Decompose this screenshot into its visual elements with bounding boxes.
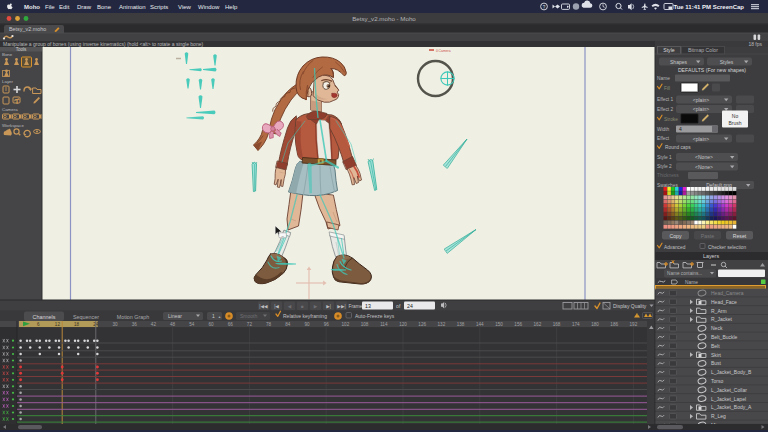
svg-text:<None>: <None> [695,164,713,170]
svg-text:Window: Window [198,4,220,10]
svg-text:Auto-Freeze keys: Auto-Freeze keys [355,313,395,319]
svg-text:186: 186 [610,322,618,327]
svg-text:R_Arm: R_Arm [711,308,727,314]
svg-text:Help: Help [225,4,238,10]
svg-text:36: 36 [132,322,138,327]
svg-text:<plain>: <plain> [693,136,709,142]
svg-text:174: 174 [572,322,580,327]
svg-text:Name contains...: Name contains... [667,271,702,276]
svg-text:Shapes: Shapes [670,59,687,65]
svg-text:View: View [178,4,192,10]
svg-text:L_Jacket_Body_B: L_Jacket_Body_B [711,369,752,375]
svg-text:6: 6 [37,322,40,327]
svg-text:4: 4 [679,126,682,132]
svg-text:Belt: Belt [711,343,720,349]
svg-text:Workspace: Workspace [2,123,24,128]
svg-text:126: 126 [418,322,426,327]
svg-text:Stroke: Stroke [664,117,678,122]
svg-text:Copy: Copy [669,233,682,239]
svg-text:180: 180 [591,322,599,327]
svg-text:<plain>: <plain> [693,106,709,112]
svg-text:Bone: Bone [97,4,112,10]
svg-text:84: 84 [285,322,291,327]
svg-text:Name: Name [657,76,670,81]
svg-text:Camera: Camera [2,107,18,112]
svg-text:Bust: Bust [711,360,722,366]
svg-text:T: T [15,97,20,106]
svg-text:Effect: Effect [657,136,670,141]
svg-text:|◀◀: |◀◀ [259,304,268,309]
svg-text:Neck: Neck [711,325,723,331]
svg-text:Layer: Layer [2,79,14,84]
svg-text:Linear: Linear [168,313,182,319]
svg-text:Smooth: Smooth [240,313,257,319]
svg-text:Round caps: Round caps [665,145,691,150]
svg-text:Swatches: Swatches [657,183,678,188]
svg-text:|◀: |◀ [274,304,279,309]
svg-text:132: 132 [438,322,446,327]
svg-text:162: 162 [534,322,542,327]
svg-text:42: 42 [151,322,157,327]
svg-text:18: 18 [74,322,80,327]
svg-text:60: 60 [208,322,214,327]
svg-text:90: 90 [304,322,310,327]
svg-text:of: of [396,303,401,309]
svg-text:▴: ▴ [219,314,221,319]
svg-text:Name: Name [685,280,698,285]
svg-text:Checker selection: Checker selection [708,245,746,250]
svg-text:Channels: Channels [33,314,56,320]
svg-text:Styles: Styles [720,59,734,65]
svg-text:156: 156 [514,322,522,327]
svg-text:ScreenCap: ScreenCap [713,4,745,10]
svg-text:Motion Graph: Motion Graph [117,314,150,320]
svg-text:Reset: Reset [733,233,747,239]
svg-text:Fill: Fill [664,86,670,91]
svg-text:Betsy_v2.moho - Moho: Betsy_v2.moho - Moho [352,15,416,22]
svg-text:Manipulate a group of bones (u: Manipulate a group of bones (using inver… [3,41,203,47]
svg-text:▶: ▶ [314,304,318,309]
svg-text:L_Jacket_Collar: L_Jacket_Collar [711,387,747,393]
svg-text:Sequencer: Sequencer [73,314,99,320]
svg-text:144: 144 [476,322,484,327]
svg-text:78: 78 [266,322,272,327]
svg-text:R_Jacket: R_Jacket [711,316,732,322]
svg-text:L_Jacket_Body_A: L_Jacket_Body_A [711,404,752,410]
svg-text:DEFAULTS (For new shapes): DEFAULTS (For new shapes) [678,67,746,73]
svg-text:30: 30 [112,322,118,327]
svg-text:Style 1: Style 1 [657,155,672,160]
svg-text:Bitmap Color: Bitmap Color [688,47,718,53]
svg-text:▶▶|: ▶▶| [337,304,345,309]
svg-text:Relative keyframing: Relative keyframing [283,313,327,319]
svg-text:12: 12 [55,322,61,327]
svg-text:18 fps: 18 fps [748,41,762,47]
svg-text:<plain>: <plain> [693,97,709,103]
svg-text:↔: ↔ [281,234,285,238]
svg-text:Advanced: Advanced [664,245,686,250]
svg-text:Moho: Moho [24,4,40,10]
svg-text:<None>: <None> [695,154,713,160]
svg-text:Style 2: Style 2 [657,164,672,169]
svg-text:120: 120 [399,322,407,327]
svg-text:Head_Face: Head_Face [711,299,737,305]
svg-text:▶|: ▶| [326,304,331,309]
svg-text:0 Camera: 0 Camera [436,49,451,53]
svg-text:Effect 1: Effect 1 [657,97,674,102]
svg-text:Tools: Tools [16,47,27,52]
svg-text:Tue 11:41 PM: Tue 11:41 PM [673,4,711,10]
svg-text:Head_Camera: Head_Camera [711,290,744,296]
svg-text:24: 24 [407,303,413,309]
svg-text:Bone: Bone [2,52,13,57]
svg-text:54: 54 [189,322,195,327]
svg-text:114: 114 [380,322,388,327]
svg-text:Draw: Draw [77,4,92,10]
svg-text:138: 138 [457,322,465,327]
svg-text:Torso: Torso [711,378,723,384]
svg-text:13: 13 [365,303,371,309]
svg-text:150: 150 [495,322,503,327]
svg-text:96: 96 [324,322,330,327]
svg-text:Brush: Brush [728,120,741,126]
svg-text:108: 108 [361,322,369,327]
svg-text:168: 168 [553,322,561,327]
svg-text:Effect 2: Effect 2 [657,107,674,112]
svg-text:Edit: Edit [59,4,70,10]
